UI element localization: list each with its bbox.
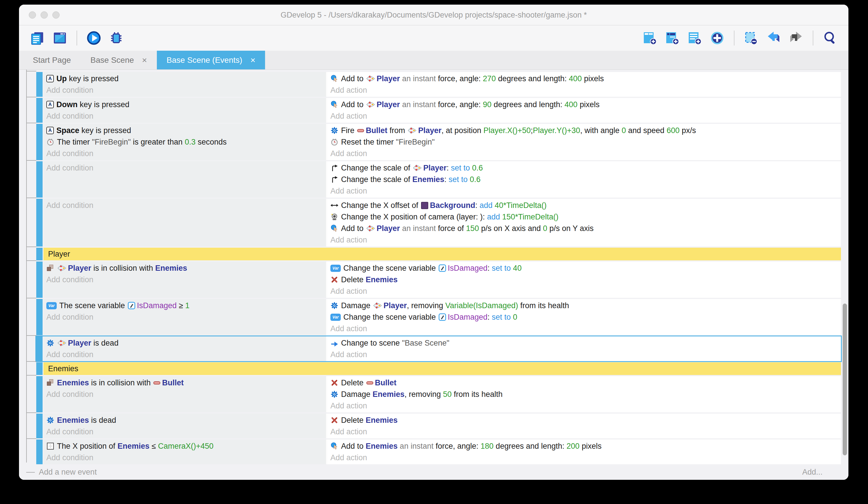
close-button[interactable] (29, 11, 36, 18)
add-condition-button[interactable]: Add condition (46, 84, 323, 96)
action[interactable]: Change to scene "Base Scene" (330, 337, 838, 349)
play-preview-button[interactable] (86, 30, 102, 46)
event-row[interactable]: VarThe scene variable IsDamaged ≥ 1Add c… (36, 299, 841, 335)
add-action-button[interactable]: Add action (330, 400, 838, 412)
vertical-scrollbar-thumb[interactable] (843, 304, 847, 455)
group-row[interactable]: Player (36, 248, 841, 260)
condition[interactable]: VarThe scene variable IsDamaged ≥ 1 (46, 300, 323, 311)
event-row[interactable]: AUp key is pressedAdd conditionAdd to Pl… (36, 72, 841, 97)
action[interactable]: Change the scale of Player: set to 0.6 (330, 162, 838, 174)
event-row[interactable]: Player is in collision with EnemiesAdd c… (36, 262, 841, 298)
group-row[interactable]: Enemies (36, 362, 841, 375)
undo-button[interactable] (766, 30, 782, 46)
redo-button[interactable] (788, 30, 804, 46)
add-action-button[interactable]: Add action (330, 323, 838, 334)
add-condition-button[interactable]: Add condition (46, 148, 323, 159)
event-drag-handle[interactable] (36, 376, 43, 412)
event-row[interactable]: Add conditionChange the X offset of Back… (36, 199, 841, 246)
add-event-button[interactable] (642, 30, 658, 46)
add-condition-button[interactable]: Add condition (46, 452, 323, 463)
action[interactable]: VarChange the scene variable IsDamaged: … (330, 311, 838, 323)
add-action-button[interactable]: Add action (330, 349, 838, 360)
condition[interactable]: ASpace key is pressed (46, 125, 323, 136)
event-drag-handle[interactable] (36, 440, 43, 464)
tab-base-scene-events[interactable]: Base Scene (Events)× (157, 51, 265, 69)
action[interactable]: Add to Player an instant force, angle: 2… (330, 73, 838, 84)
add-action-button[interactable]: Add action (330, 84, 838, 96)
add-condition-button[interactable]: Add condition (46, 389, 323, 400)
action[interactable]: Add to Enemies an instant force, angle: … (330, 440, 838, 452)
event-drag-handle[interactable] (36, 336, 43, 361)
add-action-button[interactable]: Add action (330, 185, 838, 197)
add-condition-button[interactable]: Add condition (46, 162, 323, 174)
add-condition-button[interactable]: Add condition (46, 110, 323, 122)
action[interactable]: Add to Player an instant force of 150 p/… (330, 223, 838, 234)
project-manager-button[interactable] (29, 30, 45, 46)
action[interactable]: GFire Bullet from Player, at position Pl… (330, 125, 838, 136)
event-drag-handle[interactable] (36, 414, 43, 439)
action[interactable]: Delete Enemies (330, 274, 838, 285)
add-action-button[interactable]: Add action (330, 426, 838, 437)
event-row[interactable]: ASpace key is pressedThe timer "FireBegi… (36, 124, 841, 160)
scene-editor-button[interactable] (52, 30, 68, 46)
add-condition-button[interactable]: Add condition (46, 200, 323, 211)
event-row[interactable]: Enemies is in collision with BulletAdd c… (36, 376, 841, 412)
event-drag-handle[interactable] (36, 299, 43, 335)
condition[interactable]: AUp key is pressed (46, 73, 323, 84)
event-row[interactable]: The X position of Enemies ≤ CameraX()+45… (36, 440, 841, 464)
add-more-button[interactable]: Add... (802, 468, 823, 477)
event-drag-handle[interactable] (36, 161, 43, 198)
close-icon[interactable]: × (250, 55, 256, 65)
event-row[interactable]: ADown key is pressedAdd conditionAdd to … (36, 98, 841, 123)
event-drag-handle[interactable] (36, 72, 43, 97)
event-row[interactable]: GPlayer is deadAdd conditionChange to sc… (36, 336, 841, 361)
close-icon[interactable]: × (142, 55, 147, 65)
search-button[interactable] (822, 30, 838, 46)
action[interactable]: GDamage Player, removing Variable(IsDama… (330, 300, 838, 311)
condition[interactable]: GPlayer is dead (46, 337, 323, 349)
action[interactable]: Reset the timer "FireBegin" (330, 136, 838, 148)
add-action-button[interactable]: Add action (330, 148, 838, 159)
condition[interactable]: The timer "FireBegin" is greater than 0.… (46, 136, 323, 148)
minimize-button[interactable] (41, 11, 48, 18)
action[interactable]: Change the X position of camera (layer: … (330, 211, 838, 223)
condition[interactable]: ADown key is pressed (46, 99, 323, 110)
add-action-button[interactable]: Add action (330, 234, 838, 246)
add-condition-button[interactable]: Add condition (46, 426, 323, 437)
action[interactable]: Change the X offset of Background: add 4… (330, 200, 838, 211)
group-bar[interactable]: Player (43, 248, 841, 260)
condition[interactable]: Enemies is in collision with Bullet (46, 377, 323, 389)
event-drag-handle[interactable] (36, 362, 43, 375)
condition[interactable]: Player is in collision with Enemies (46, 262, 323, 274)
add-action-button[interactable]: Add action (330, 452, 838, 463)
add-comment-button[interactable] (687, 30, 703, 46)
action[interactable]: Delete Enemies (330, 414, 838, 426)
condition[interactable]: The X position of Enemies ≤ CameraX()+45… (46, 440, 323, 452)
event-drag-handle[interactable] (36, 199, 43, 246)
action[interactable]: Delete Bullet (330, 377, 838, 389)
event-drag-handle[interactable] (36, 248, 43, 260)
tab-base-scene[interactable]: Base Scene× (81, 51, 157, 69)
add-action-button[interactable]: Add action (330, 285, 838, 297)
event-drag-handle[interactable] (36, 98, 43, 123)
add-new-button[interactable] (709, 30, 725, 46)
add-condition-button[interactable]: Add condition (46, 274, 323, 285)
add-condition-button[interactable]: Add condition (46, 311, 323, 323)
event-drag-handle[interactable] (36, 262, 43, 298)
delete-selection-button[interactable] (743, 30, 759, 46)
add-subevent-button[interactable] (664, 30, 680, 46)
action[interactable]: Add to Player an instant force, angle: 9… (330, 99, 838, 110)
action[interactable]: Change the scale of Enemies: set to 0.6 (330, 174, 838, 185)
tab-start-page[interactable]: Start Page (23, 51, 81, 69)
add-action-button[interactable]: Add action (330, 110, 838, 122)
action[interactable]: VarChange the scene variable IsDamaged: … (330, 262, 838, 274)
zoom-button[interactable] (52, 11, 60, 18)
group-bar[interactable]: Enemies (43, 362, 841, 375)
add-condition-button[interactable]: Add condition (46, 349, 323, 360)
event-row[interactable]: GEnemies is deadAdd conditionDelete Enem… (36, 414, 841, 439)
action[interactable]: GDamage Enemies, removing 50 from its he… (330, 389, 838, 400)
event-row[interactable]: Add conditionChange the scale of Player:… (36, 161, 841, 198)
debug-button[interactable] (108, 30, 124, 46)
event-drag-handle[interactable] (36, 124, 43, 160)
add-new-event-button[interactable]: Add a new event (39, 468, 97, 477)
